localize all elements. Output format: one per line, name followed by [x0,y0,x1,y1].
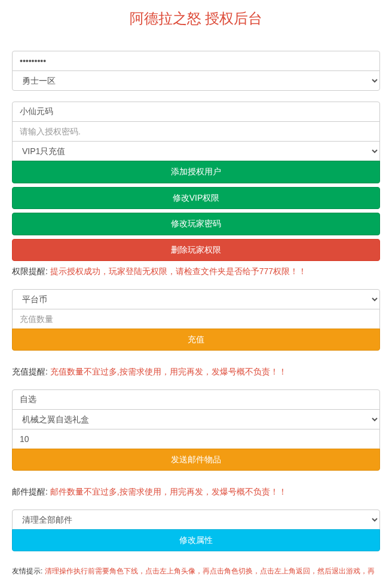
auth-code-input[interactable] [12,121,380,142]
auth-section: VIP1只充值 添加授权用户 修改VIP权限 修改玩家密码 删除玩家权限 权限提… [12,102,380,278]
delete-permission-button[interactable]: 删除玩家权限 [12,239,380,262]
mail-type-input[interactable] [12,389,380,410]
modify-password-button[interactable]: 修改玩家密码 [12,213,380,235]
mail-item-select[interactable]: 机械之翼自选礼盒 [12,409,380,429]
vip-level-select[interactable]: VIP1只充值 [12,141,380,161]
send-mail-button[interactable]: 发送邮件物品 [12,449,380,471]
auth-hint: 权限提醒: 提示授权成功，玩家登陆无权限，请检查文件夹是否给予777权限！！ [12,265,380,278]
tools-section: 清理全部邮件 修改属性 友情提示: 清理操作执行前需要角色下线，点击左上角头像，… [12,510,380,577]
auth-hint-text: 提示授权成功，玩家登陆无权限，请检查文件夹是否给予777权限！！ [50,266,307,276]
recharge-amount-input[interactable] [12,309,380,329]
mail-hint: 邮件提醒: 邮件数量不宜过多,按需求使用，用完再发，发爆号概不负责！！ [12,485,380,498]
mail-hint-label: 邮件提醒: [12,487,48,496]
mail-section: 机械之翼自选礼盒 发送邮件物品 邮件提醒: 邮件数量不宜过多,按需求使用，用完再… [12,389,380,499]
password-input[interactable] [12,51,380,71]
login-section: 勇士一区 [12,51,380,91]
tools-hint: 友情提示: 清理操作执行前需要角色下线，点击左上角头像，再点击角色切换，点击左上… [12,566,380,577]
add-auth-user-button[interactable]: 添加授权用户 [12,161,380,183]
recharge-section: 平台币 充值 充值提醒: 充值数量不宜过多,按需求使用，用完再发，发爆号概不负责… [12,289,380,379]
cleanup-select[interactable]: 清理全部邮件 [12,510,380,530]
auth-user-input[interactable] [12,102,380,122]
recharge-hint: 充值提醒: 充值数量不宜过多,按需求使用，用完再发，发爆号概不负责！！ [12,365,380,378]
recharge-hint-text: 充值数量不宜过多,按需求使用，用完再发，发爆号概不负责！！ [50,367,287,376]
currency-select[interactable]: 平台币 [12,289,380,309]
tools-hint-label: 友情提示: [12,567,42,575]
mail-hint-text: 邮件数量不宜过多,按需求使用，用完再发，发爆号概不负责！！ [50,487,287,496]
page-title: 阿德拉之怒 授权后台 [12,0,380,40]
modify-attribute-button[interactable]: 修改属性 [12,529,380,552]
tools-hint-text: 清理操作执行前需要角色下线，点击左上角头像，再点击角色切换，点击左上角返回，然后… [12,567,375,577]
mail-qty-input[interactable] [12,429,380,449]
server-select[interactable]: 勇士一区 [12,70,380,91]
modify-vip-button[interactable]: 修改VIP权限 [12,187,380,210]
recharge-hint-label: 充值提醒: [12,367,48,376]
auth-hint-label: 权限提醒: [12,266,48,276]
recharge-button[interactable]: 充值 [12,329,380,351]
